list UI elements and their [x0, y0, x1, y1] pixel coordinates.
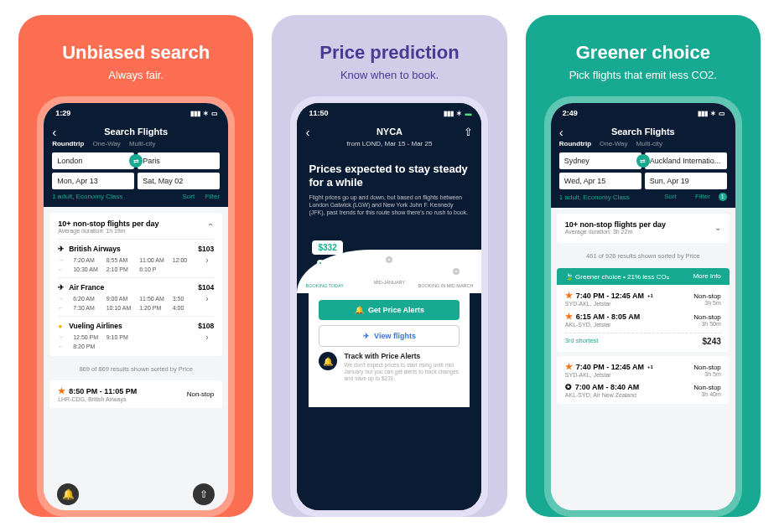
chevron-right-icon[interactable]: ›	[205, 294, 214, 303]
airline-logo-icon: ✈	[58, 245, 66, 253]
origin-input[interactable]: Sydney	[559, 152, 641, 169]
sort-button[interactable]: Sort	[182, 193, 195, 200]
get-price-alerts-button[interactable]: 🔔 Get Price Alerts	[319, 300, 460, 320]
tab-roundtrip[interactable]: Roundtrip	[52, 140, 84, 147]
star-icon: ★	[565, 362, 573, 371]
chevron-right-icon[interactable]: ›	[205, 333, 214, 342]
swap-icon[interactable]: ⇄	[129, 154, 143, 168]
back-icon[interactable]: ‹	[305, 125, 309, 139]
tab-multicity[interactable]: Multi-city	[129, 140, 156, 147]
depart-date-input[interactable]: Mon, Apr 13	[52, 173, 134, 189]
return-arrow-icon: ←	[58, 343, 68, 349]
airline-row[interactable]: ✈British Airways $103 → 7:20 AM 8:55 AM …	[58, 239, 214, 272]
app-header: ‹ NYCA ⇧ from LOND, Mar 15 - Mar 25	[297, 123, 481, 154]
return-date-input[interactable]: Sun, Apr 19	[645, 173, 727, 189]
app-header: ‹ Search Flights Roundtrip One-Way Multi…	[551, 123, 735, 208]
depart-arrow-icon: →	[58, 257, 68, 263]
panel-title: Price prediction	[319, 42, 459, 64]
status-time: 2:49	[563, 109, 578, 117]
nonstop-card[interactable]: 10+ non-stop flights per day Average dur…	[557, 214, 730, 243]
promo-panel-unbiased: Unbiased search Always fair. 1:29 ▮▮▮ ✶ …	[18, 15, 253, 517]
chevron-up-icon[interactable]: ⌃	[207, 222, 214, 231]
battery-icon: ▬	[465, 110, 471, 117]
passengers-label[interactable]: 1 adult, Economy Class	[559, 194, 630, 201]
airline-name: Vueling Airlines	[69, 322, 122, 330]
depart-arrow-icon: →	[58, 334, 68, 340]
panel-subtitle: Pick flights that emit less CO2.	[569, 69, 717, 81]
tab-roundtrip[interactable]: Roundtrip	[559, 140, 591, 147]
trip-type-tabs[interactable]: Roundtrip One-Way Multi-city	[52, 140, 220, 147]
page-title: Search Flights	[611, 127, 675, 137]
passengers-label[interactable]: 1 adult, Economy Class	[52, 193, 122, 200]
share-icon: ⇧	[200, 488, 208, 500]
status-time: 1:29	[55, 109, 70, 117]
wifi-icon: ✶	[203, 110, 209, 117]
sort-button[interactable]: Sort	[664, 193, 677, 200]
nonstop-card[interactable]: 10+ non-stop flights per day Average dur…	[49, 213, 222, 356]
more-info-link[interactable]: More info	[693, 272, 720, 281]
airline-logo-icon: ✈	[58, 283, 66, 292]
flight-card[interactable]: ★7:40 PM - 12:45 AM+1 SYD-AKL, Jetstar N…	[557, 356, 730, 404]
destination-input[interactable]: Auckland Internatio...	[645, 152, 727, 169]
shortest-badge: 3rd shortest	[565, 337, 599, 346]
tab-multicity[interactable]: Multi-city	[636, 140, 663, 147]
trip-type-tabs[interactable]: Roundtrip One-Way Multi-city	[559, 140, 727, 147]
flight-card[interactable]: ★8:50 PM - 11:05 PM LHR-CDG, British Air…	[49, 380, 222, 408]
track-description: We don't expect prices to start rising u…	[344, 362, 460, 381]
filter-button[interactable]: Filter1	[687, 193, 727, 200]
filter-count-badge: 1	[719, 193, 727, 201]
nonstop-title: 10+ non-stop flights per day	[565, 220, 666, 229]
bell-icon: 🔔	[355, 306, 364, 314]
alerts-fab-button[interactable]: 🔔	[57, 483, 79, 505]
promo-panel-price-prediction: Price prediction Know when to book. 11:5…	[272, 15, 506, 517]
filter-button[interactable]: Filter	[205, 193, 220, 200]
nonstop-avg: Average duration: 3h 22m	[565, 229, 666, 235]
airline-row[interactable]: ●Vueling Airlines $108 → 12:50 PM 9:10 P…	[58, 316, 214, 349]
origin-input[interactable]: London	[52, 152, 134, 169]
panel-title: Greener choice	[576, 42, 710, 64]
airline-name: British Airways	[69, 245, 121, 253]
bell-icon: 🔔	[62, 488, 75, 500]
view-flights-button[interactable]: ✈ View flights	[319, 325, 460, 347]
price-trend-chart: $563 $332 BOOKING TODAY MID-JANUARY BOOK…	[297, 230, 481, 293]
swap-icon[interactable]: ⇄	[636, 154, 650, 168]
track-title: Track with Price Alerts	[344, 352, 460, 360]
phone-frame: 1:29 ▮▮▮ ✶ ▭ ‹ Search Flights Roundtrip …	[37, 96, 235, 517]
price-low-label: $332	[312, 240, 342, 255]
tab-oneway[interactable]: One-Way	[600, 140, 628, 147]
destination-input[interactable]: Paris	[138, 152, 220, 169]
flight-card[interactable]: ★7:40 PM - 12:45 AM+1 SYD-AKL, Jetstar N…	[557, 285, 730, 352]
depart-date-input[interactable]: Wed, Apr 15	[559, 173, 641, 189]
results-summary: 869 of 869 results shown sorted by Price	[44, 362, 228, 376]
tab-oneway[interactable]: One-Way	[92, 140, 121, 147]
signal-icon: ▮▮▮	[698, 110, 708, 117]
battery-icon: ▭	[211, 110, 218, 117]
share-fab-button[interactable]: ⇧	[193, 483, 215, 505]
airline-row[interactable]: ✈Air France $104 → 6:20 AM 9:00 AM 11:50…	[58, 277, 214, 311]
x-label-march: BOOKING IN MID MARCH	[418, 283, 473, 288]
greener-choice-banner[interactable]: 🍃 Greener choice • 21% less CO₂ More inf…	[557, 268, 730, 285]
chevron-right-icon[interactable]: ›	[205, 256, 214, 265]
return-arrow-icon: ←	[58, 305, 68, 311]
page-title: Search Flights	[104, 127, 168, 137]
chevron-down-icon[interactable]: ⌄	[714, 223, 721, 232]
airline-name: Air France	[69, 283, 104, 292]
return-date-input[interactable]: Sat, May 02	[138, 173, 220, 189]
phone-frame: 11:50 ▮▮▮ ✶ ▬ ‹ NYCA ⇧ from LOND, Mar 15…	[290, 96, 488, 517]
airline-price: $103	[198, 245, 214, 253]
alert-bell-icon: 🔔	[319, 352, 337, 370]
panel-title: Unbiased search	[62, 42, 210, 64]
results-summary: 461 of 926 results shown sorted by Price	[551, 249, 735, 263]
battery-icon: ▭	[719, 110, 725, 117]
share-icon[interactable]: ⇧	[464, 126, 473, 138]
airline-logo-icon: ●	[58, 322, 66, 330]
wifi-icon: ✶	[456, 110, 462, 117]
signal-icon: ▮▮▮	[444, 110, 454, 117]
x-label-today: BOOKING TODAY	[305, 283, 344, 288]
back-icon[interactable]: ‹	[52, 125, 56, 139]
x-label-mid: MID-JANUARY	[374, 280, 406, 285]
star-icon: ★	[565, 291, 573, 300]
status-time: 11:50	[309, 109, 328, 117]
back-icon[interactable]: ‹	[559, 125, 563, 139]
panel-subtitle: Always fair.	[108, 69, 164, 81]
